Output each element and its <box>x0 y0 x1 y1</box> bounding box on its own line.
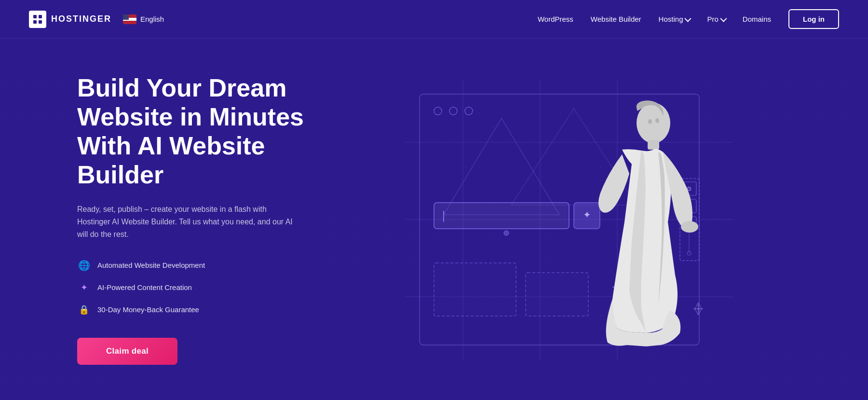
svg-point-41 <box>648 119 652 124</box>
nav-right: WordPress Website Builder Hosting Pro Do… <box>538 9 839 29</box>
svg-point-38 <box>637 103 670 143</box>
person-figure <box>579 94 704 350</box>
svg-point-37 <box>504 231 509 235</box>
hosting-chevron-icon <box>685 15 692 22</box>
pro-chevron-icon <box>720 15 727 22</box>
flag-icon <box>123 14 136 24</box>
svg-point-42 <box>655 118 659 123</box>
globe-icon: 🌐 <box>77 259 91 272</box>
hero-section: Build Your Dream Website in Minutes With… <box>0 39 868 400</box>
language-label: English <box>140 15 164 23</box>
feature-ai-content: ✦ AI-Powered Content Creation <box>77 281 347 294</box>
brand-name: HOSTINGER <box>51 14 111 24</box>
feature-guarantee: 🔒 30-Day Money-Back Guarantee <box>77 303 347 317</box>
claim-deal-button[interactable]: Claim deal <box>77 338 177 365</box>
feature-guarantee-text: 30-Day Money-Back Guarantee <box>97 305 199 314</box>
svg-marker-10 <box>444 118 559 215</box>
nav-left: HOSTINGER English <box>29 11 164 28</box>
lock-icon: 🔒 <box>77 303 91 317</box>
svg-rect-1 <box>39 15 42 18</box>
login-button[interactable]: Log in <box>788 9 839 29</box>
svg-rect-0 <box>33 15 37 18</box>
hero-illustration: ✦ ⚙ ◎ ▤ <box>347 39 791 400</box>
feature-automated-text: Automated Website Development <box>97 261 205 269</box>
svg-rect-39 <box>648 140 659 150</box>
language-selector[interactable]: English <box>123 14 164 24</box>
feature-automated: 🌐 Automated Website Development <box>77 259 347 272</box>
svg-point-40 <box>681 221 698 233</box>
nav-link-wordpress[interactable]: WordPress <box>538 15 573 23</box>
svg-rect-2 <box>33 20 37 24</box>
hero-subtitle: Ready, set, publish – create your websit… <box>77 203 299 241</box>
nav-link-pro[interactable]: Pro <box>707 15 725 23</box>
hero-title: Build Your Dream Website in Minutes With… <box>77 74 347 189</box>
illustration-container: ✦ ⚙ ◎ ▤ <box>405 80 733 359</box>
nav-link-website-builder[interactable]: Website Builder <box>591 15 641 23</box>
svg-point-14 <box>449 107 457 115</box>
hero-content: Build Your Dream Website in Minutes With… <box>77 74 347 364</box>
nav-link-domains[interactable]: Domains <box>743 15 771 23</box>
sparkle-icon: ✦ <box>77 281 91 294</box>
svg-rect-20 <box>434 263 516 316</box>
feature-ai-content-text: AI-Powered Content Creation <box>97 283 192 291</box>
logo-icon <box>29 11 46 28</box>
svg-point-15 <box>465 107 473 115</box>
nav-link-hosting[interactable]: Hosting <box>659 15 690 23</box>
svg-rect-16 <box>434 203 569 229</box>
svg-point-13 <box>434 107 442 115</box>
features-list: 🌐 Automated Website Development ✦ AI-Pow… <box>77 259 347 317</box>
navbar: HOSTINGER English WordPress Website Buil… <box>0 0 868 39</box>
svg-rect-3 <box>39 20 42 24</box>
logo[interactable]: HOSTINGER <box>29 11 111 28</box>
